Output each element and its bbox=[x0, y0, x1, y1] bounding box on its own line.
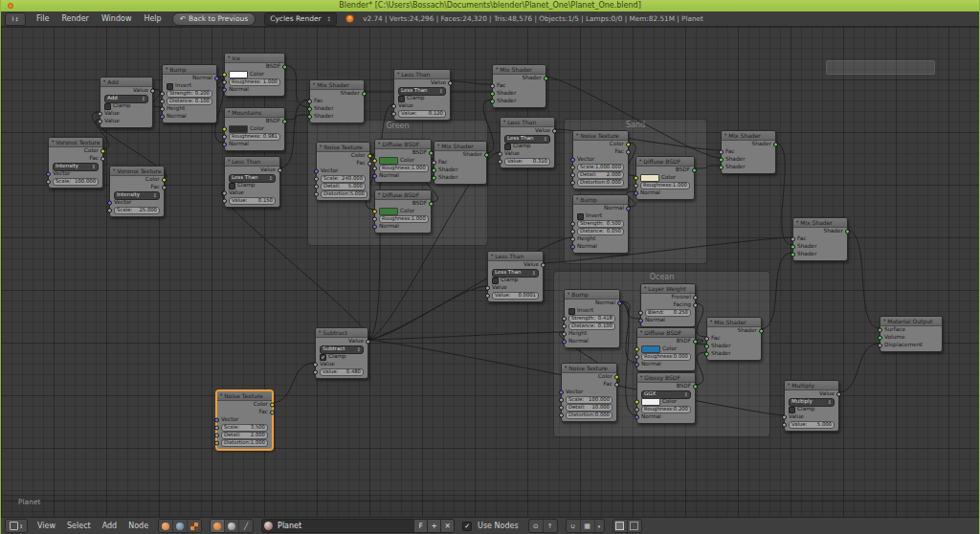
socket-val-icon[interactable] bbox=[222, 191, 227, 196]
node-mix-shader-2[interactable]: ▾Mix ShaderShaderFacShaderShader bbox=[492, 64, 546, 108]
collapse-triangle-icon[interactable]: ▾ bbox=[166, 67, 167, 72]
socket-val-icon[interactable] bbox=[391, 104, 396, 109]
checkbox-clamp[interactable] bbox=[789, 407, 795, 413]
node-header[interactable]: ▾Bump bbox=[565, 290, 619, 300]
socket-val-icon[interactable] bbox=[222, 199, 227, 204]
node-header[interactable]: ▾Less Than bbox=[394, 70, 450, 79]
socket-val-icon[interactable] bbox=[878, 344, 882, 348]
slider-value[interactable]: Value:0.0001 bbox=[492, 292, 539, 300]
material-preview-icon[interactable] bbox=[262, 521, 274, 532]
socket-val-icon[interactable] bbox=[570, 181, 575, 186]
slider-value[interactable]: Value:0.480 bbox=[320, 368, 364, 376]
node-header[interactable]: ▾Material Output bbox=[880, 317, 942, 326]
slider-detail[interactable]: Detail:2.000 bbox=[577, 171, 624, 179]
material-name-field[interactable]: Planet bbox=[274, 523, 413, 530]
node-header[interactable]: ▾Subtract bbox=[316, 328, 368, 338]
collapse-triangle-icon[interactable]: ▾ bbox=[220, 393, 222, 398]
socket-val-icon[interactable] bbox=[791, 237, 795, 242]
socket-val-icon[interactable] bbox=[559, 406, 564, 411]
socket-col-icon[interactable] bbox=[368, 154, 372, 159]
socket-shd-icon[interactable] bbox=[692, 168, 697, 173]
socket-vec-icon[interactable] bbox=[107, 201, 112, 206]
socket-shd-icon[interactable] bbox=[791, 245, 795, 250]
node-diffuse-green-2[interactable]: ▾Diffuse BSDFBSDFColorRoughness:1.000Nor… bbox=[374, 189, 432, 234]
pin-icon[interactable]: ⊙ bbox=[529, 520, 544, 532]
socket-val-icon[interactable] bbox=[162, 186, 167, 190]
node-ice[interactable]: ▾IceBSDFColorRoughness:1.000Normal bbox=[224, 53, 285, 97]
tree-type-compositing-icon[interactable] bbox=[173, 520, 188, 532]
slider-roughness[interactable]: Roughness:0.981 bbox=[229, 133, 280, 141]
socket-val-icon[interactable] bbox=[552, 129, 557, 134]
slider-roughness[interactable]: Roughness:1.000 bbox=[379, 215, 429, 223]
collapse-triangle-icon[interactable]: ▾ bbox=[320, 145, 322, 149]
collapse-triangle-icon[interactable]: ▾ bbox=[397, 72, 399, 77]
node-header[interactable]: ▾Less Than bbox=[501, 118, 554, 127]
collapse-triangle-icon[interactable]: ▾ bbox=[103, 79, 105, 84]
socket-val-icon[interactable] bbox=[498, 152, 502, 157]
slider-scale[interactable]: Scale:25.000 bbox=[114, 207, 160, 214]
slider-value[interactable]: Value:0.310 bbox=[504, 158, 550, 166]
node-header[interactable]: ▾Mix Shader bbox=[434, 142, 486, 151]
go-to-parent-icon[interactable]: ↑ bbox=[544, 520, 557, 532]
socket-vec-icon[interactable] bbox=[635, 415, 639, 420]
node-bump-1[interactable]: ▾BumpNormalInvertStrength:0.200Distance:… bbox=[162, 64, 217, 123]
socket-col-icon[interactable] bbox=[270, 403, 275, 408]
node-diffuse-ocean[interactable]: ▾Diffuse BSDFBSDFColorRoughness:0.000Nor… bbox=[636, 327, 696, 371]
socket-val-icon[interactable] bbox=[448, 81, 453, 86]
socket-val-icon[interactable] bbox=[313, 363, 318, 367]
socket-val-icon[interactable] bbox=[313, 370, 318, 375]
socket-shd-icon[interactable] bbox=[693, 385, 698, 389]
node-header[interactable]: ▾Multiply bbox=[785, 381, 838, 390]
socket-col-icon[interactable] bbox=[635, 400, 639, 405]
checkbox-invert[interactable] bbox=[167, 83, 173, 90]
socket-val-icon[interactable] bbox=[98, 120, 102, 124]
socket-shd-icon[interactable] bbox=[282, 65, 287, 70]
socket-val-icon[interactable] bbox=[222, 135, 227, 140]
checkbox-clamp[interactable] bbox=[104, 103, 111, 110]
socket-shd-icon[interactable] bbox=[693, 340, 698, 345]
fake-user-button[interactable]: F bbox=[413, 520, 427, 532]
snap-mode-dropdown[interactable]: ▾ bbox=[595, 520, 604, 532]
slider-roughness[interactable]: Roughness:1.000 bbox=[379, 165, 429, 172]
collapse-triangle-icon[interactable]: ▾ bbox=[491, 254, 493, 258]
menu-render[interactable]: Render bbox=[59, 13, 90, 25]
snap-magnet-icon[interactable]: ∪ bbox=[567, 520, 581, 532]
slider-detail[interactable]: Detail:10.000 bbox=[566, 404, 612, 412]
node-header[interactable]: ▾Noise Texture bbox=[573, 131, 628, 141]
paste-nodes-icon[interactable] bbox=[628, 520, 641, 532]
node-voronoi-1[interactable]: ▾Voronoi TextureColorFacIntensity↕Vector… bbox=[48, 137, 103, 189]
node-diffuse-green-1[interactable]: ▾Diffuse BSDFBSDFColorRoughness:1.000Nor… bbox=[374, 139, 432, 183]
socket-shd-icon[interactable] bbox=[432, 176, 436, 181]
menu-node[interactable]: Node bbox=[126, 521, 150, 532]
shader-type-linestyle-icon[interactable]: ╱ bbox=[239, 520, 253, 532]
tree-type-texture-icon[interactable] bbox=[188, 520, 201, 532]
color-swatch[interactable] bbox=[379, 157, 398, 165]
socket-val-icon[interactable] bbox=[485, 286, 490, 291]
socket-val-icon[interactable] bbox=[562, 332, 567, 337]
node-header[interactable]: ▾Diffuse BSDF bbox=[375, 190, 431, 200]
collapse-triangle-icon[interactable]: ▾ bbox=[113, 168, 115, 173]
editor-type-dropdown[interactable]: ↕ bbox=[5, 519, 28, 533]
shader-type-object-icon[interactable] bbox=[211, 520, 225, 532]
socket-val-icon[interactable] bbox=[559, 413, 564, 418]
socket-shd-icon[interactable] bbox=[704, 352, 709, 357]
socket-col-icon[interactable] bbox=[222, 73, 227, 78]
checkbox-clamp[interactable] bbox=[229, 183, 235, 189]
socket-val-icon[interactable] bbox=[98, 112, 102, 117]
tree-type-shader-icon[interactable] bbox=[159, 520, 173, 532]
collapse-triangle-icon[interactable]: ▾ bbox=[883, 319, 885, 323]
socket-val-icon[interactable] bbox=[214, 441, 219, 446]
socket-val-icon[interactable] bbox=[391, 112, 396, 117]
socket-val-icon[interactable] bbox=[314, 192, 319, 197]
collapse-triangle-icon[interactable]: ▾ bbox=[788, 383, 790, 388]
socket-val-icon[interactable] bbox=[498, 160, 502, 165]
node-header[interactable]: ▾Noise Texture bbox=[217, 391, 272, 401]
color-swatch[interactable] bbox=[229, 71, 248, 78]
socket-col-icon[interactable] bbox=[626, 143, 631, 147]
node-less-than-a[interactable]: ▾Less ThanValueLess Than↕ClampValueValue… bbox=[224, 156, 280, 208]
menu-file[interactable]: File bbox=[34, 13, 51, 25]
socket-col-icon[interactable] bbox=[222, 127, 227, 132]
socket-col-icon[interactable] bbox=[372, 210, 377, 214]
socket-val-icon[interactable] bbox=[562, 317, 567, 322]
socket-val-icon[interactable] bbox=[614, 383, 619, 388]
